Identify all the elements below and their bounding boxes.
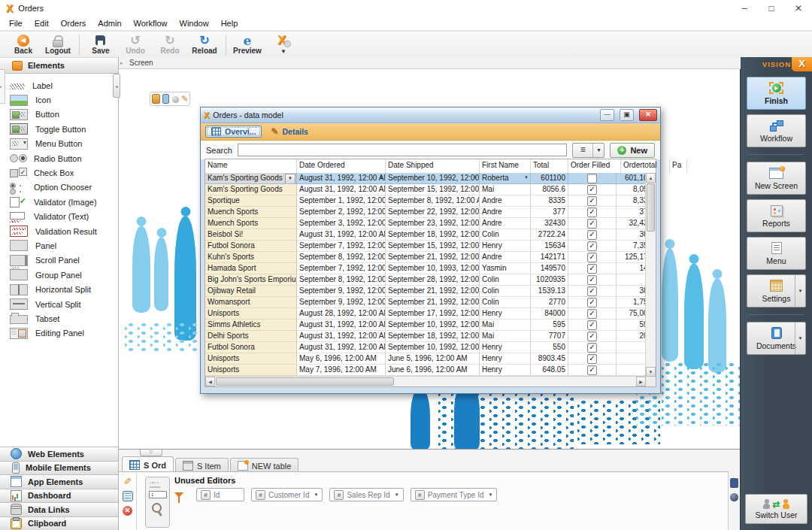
order-filled-checkbox[interactable] — [587, 174, 597, 183]
order-filled-checkbox[interactable]: ✓ — [587, 365, 597, 375]
sidebar-section-mobile-elements[interactable]: Mobile Elements — [0, 461, 118, 475]
table-row[interactable]: UnisportsMay 7, 1996, 12:00 AMJune 6, 19… — [205, 365, 646, 376]
chevron-down-icon[interactable]: ▼ — [795, 323, 805, 354]
documents-button[interactable]: Documents▼ — [747, 322, 806, 355]
combo-dropdown-icon[interactable]: ▼ — [524, 175, 529, 180]
order-filled-checkbox[interactable]: ✓ — [587, 241, 597, 251]
table-row[interactable]: Futbol SonoraSeptember 7, 1992, 12:00 AM… — [205, 241, 646, 252]
column-header-date-ordered[interactable]: Date Ordered — [297, 159, 386, 173]
order-filled-checkbox[interactable]: ✓ — [587, 185, 597, 195]
vertical-scrollbar[interactable]: ▲ ▼ — [645, 173, 656, 377]
panel-collapse-handle[interactable]: ▽ — [140, 450, 162, 456]
table-row[interactable]: Muench SportsSeptember 3, 1992, 12:00 AM… — [205, 218, 646, 229]
bottom-tab-s-ord[interactable]: S Ord — [122, 456, 174, 473]
close-button[interactable]: ✕ — [785, 0, 812, 17]
chevron-down-icon[interactable]: ▼ — [395, 492, 399, 497]
settings-button[interactable]: Settings▼ — [747, 274, 806, 307]
bottom-tab-s-item[interactable]: S Item — [175, 458, 229, 473]
order-filled-checkbox[interactable]: ✓ — [587, 354, 597, 364]
palette-item-label[interactable]: Label — [0, 78, 118, 92]
table-row[interactable]: SportiqueSeptember 1, 1992, 12:00 AMSept… — [205, 195, 646, 207]
column-header-pa[interactable]: Pa — [670, 159, 687, 173]
screen-breadcrumb[interactable]: Screen — [119, 57, 741, 69]
chevron-down-icon[interactable]: ▼ — [489, 492, 493, 497]
menu-item-orders[interactable]: Orders — [55, 17, 92, 30]
table-row[interactable]: WomansportSeptember 9, 1992, 12:00 AMSep… — [205, 297, 646, 308]
scroll-down-button[interactable]: ▼ — [646, 367, 656, 377]
chevron-down-icon[interactable]: ▼ — [280, 48, 286, 55]
delete-icon[interactable]: ✕ — [123, 506, 132, 516]
palette-item-panel[interactable]: Panel — [0, 238, 118, 253]
table-row[interactable]: Futbol SonoraAugust 31, 1992, 12:00 AMSe… — [205, 342, 646, 353]
menu-item-help[interactable]: Help — [215, 17, 244, 30]
table-row[interactable]: Ojibway RetailSeptember 9, 1992, 12:00 A… — [205, 286, 646, 297]
chevron-down-icon[interactable]: ▼ — [314, 492, 318, 497]
save-button[interactable]: Save — [83, 34, 118, 56]
scroll-right-button[interactable]: ▶ — [636, 377, 646, 386]
sidebar-section-app-elements[interactable]: App Elements — [0, 474, 118, 489]
menu-item-workflow[interactable]: Workflow — [128, 17, 174, 30]
table-row[interactable]: Delhi SportsAugust 31, 1992, 12:00 AMSep… — [205, 331, 646, 342]
table-row[interactable]: Big John's Sports EmporiumSeptember 8, 1… — [205, 274, 646, 286]
table-row[interactable]: UnisportsMay 6, 1996, 12:00 AMJune 5, 19… — [205, 353, 646, 365]
order-filled-checkbox[interactable]: ✓ — [587, 264, 597, 274]
table-row[interactable]: Simms AthleticsAugust 31, 1992, 12:00 AM… — [205, 320, 646, 331]
menu-item-admin[interactable]: Admin — [92, 17, 127, 30]
horizontal-scroll-thumb[interactable] — [216, 377, 394, 386]
finish-button[interactable]: Finish — [747, 77, 806, 110]
editor-chip-sales-rep-id[interactable]: #Sales Rep Id▼ — [329, 488, 403, 501]
table-menu-button[interactable]: ≡ ▼ — [572, 143, 604, 158]
left-edge-collapse-handle[interactable]: ▸ — [0, 69, 5, 104]
chevron-down-icon[interactable]: ▼ — [593, 144, 604, 157]
order-filled-checkbox[interactable]: ✓ — [587, 196, 597, 206]
book-icon[interactable] — [730, 478, 738, 488]
horizontal-scrollbar[interactable]: ◀ ▶ — [205, 376, 646, 386]
sidebar-section-clipboard[interactable]: Clipboard — [0, 516, 118, 530]
vertical-scroll-thumb[interactable] — [647, 183, 655, 232]
order-filled-checkbox[interactable]: ✓ — [587, 343, 597, 353]
switch-user-button[interactable]: ⇄ Switch User — [745, 494, 807, 524]
order-filled-checkbox[interactable]: ✓ — [587, 253, 597, 262]
x-app-button[interactable]: X▼ — [265, 34, 299, 56]
sidebar-section-dashboard[interactable]: Dashboard — [0, 489, 118, 503]
sidebar-section-web-elements[interactable]: Web Elements — [0, 447, 118, 461]
palette-item-horizontal-split[interactable]: Horizontal Split — [0, 282, 118, 296]
combo-dropdown-icon[interactable]: ▼ — [473, 175, 477, 180]
table-row[interactable]: Kam's Sporting Goods▼August 31, 1992, 12… — [205, 173, 646, 184]
workflow-button[interactable]: Workflow — [747, 114, 806, 147]
order-filled-checkbox[interactable]: ✓ — [587, 219, 597, 229]
menu-button[interactable]: Menu — [747, 237, 806, 270]
column-header-total[interactable]: Total — [531, 159, 568, 173]
palette-item-validator-image[interactable]: Validator (Image) — [0, 195, 118, 209]
elements-header[interactable]: Elements — [0, 57, 118, 74]
new-screen-button[interactable]: New Screen — [747, 162, 806, 195]
back-button[interactable]: Back — [6, 34, 41, 56]
column-header-ordertotal[interactable]: Ordertotal — [621, 159, 670, 173]
order-filled-checkbox[interactable]: ✓ — [587, 286, 597, 296]
palette-item-editing-panel[interactable]: Editing Panel — [0, 326, 118, 341]
tab-details[interactable]: ✎Details — [271, 127, 308, 136]
tab-overvi[interactable]: Overvi... — [205, 126, 262, 138]
search-editor-preview[interactable]: 1 — [145, 477, 170, 528]
palette-item-icon[interactable]: Icon — [0, 92, 118, 107]
data-window-titlebar[interactable]: X Orders - data model — ▣ ✕ — [201, 108, 660, 123]
palette-item-menu-button[interactable]: Menu Button — [0, 137, 118, 151]
order-filled-checkbox[interactable]: ✓ — [587, 298, 597, 307]
palette-item-group-panel[interactable]: Group Panel — [0, 268, 118, 282]
order-filled-checkbox[interactable]: ✓ — [587, 332, 597, 341]
palette-item-option-chooser[interactable]: Option Chooser — [0, 180, 118, 195]
palette-item-validation-result[interactable]: Validation Result — [0, 224, 118, 238]
menu-item-edit[interactable]: Edit — [29, 17, 55, 30]
order-filled-checkbox[interactable]: ✓ — [587, 309, 597, 319]
bottom-tab-new-table[interactable]: NEW table — [230, 458, 299, 473]
sidebar-collapse-handle[interactable]: ◂ — [113, 74, 120, 98]
scroll-up-button[interactable]: ▲ — [646, 173, 656, 183]
column-header-name[interactable]: Name — [205, 159, 297, 173]
reports-button[interactable]: Reports — [747, 199, 806, 232]
database-icon[interactable] — [152, 94, 160, 104]
order-filled-checkbox[interactable]: ✓ — [587, 230, 597, 240]
funnel-icon[interactable] — [174, 492, 183, 498]
palette-item-tabset[interactable]: Tabset — [0, 311, 118, 326]
inner-close-button[interactable]: ✕ — [639, 109, 657, 121]
scroll-left-button[interactable]: ◀ — [205, 377, 215, 386]
